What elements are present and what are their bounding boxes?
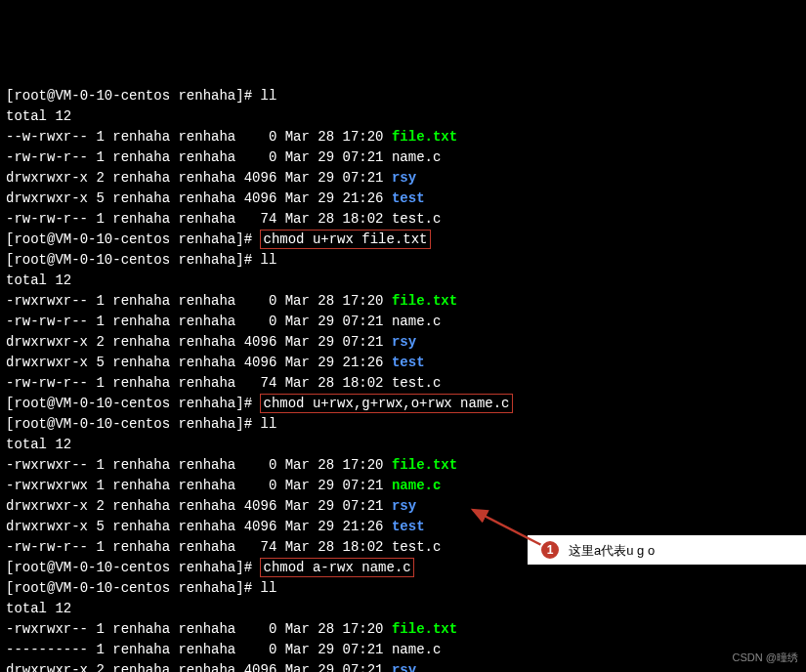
file-blue: test: [392, 190, 425, 206]
file-blue: test: [392, 355, 425, 370]
annotation: 1 这里a代表u g o: [539, 539, 655, 561]
file-blue: rsy: [392, 334, 416, 350]
annotation-text: 这里a代表u g o: [569, 540, 655, 561]
file-white: test.c: [392, 539, 441, 555]
ls-row: -rwxrwxrwx 1 renhaha renhaha 0 Mar 29 07…: [6, 478, 441, 493]
prompt-line: [root@VM-0-10-centos renhaha]#: [6, 231, 260, 247]
ls-row: drwxrwxr-x 5 renhaha renhaha 4096 Mar 29…: [6, 519, 425, 534]
file-white: name.c: [392, 314, 441, 329]
ls-row: drwxrwxr-x 2 renhaha renhaha 4096 Mar 29…: [6, 662, 416, 672]
total-line: total 12: [6, 437, 71, 452]
ls-row: -rw-rw-r-- 1 renhaha renhaha 74 Mar 28 1…: [6, 211, 441, 227]
prompt-line: [root@VM-0-10-centos renhaha]#: [6, 560, 260, 575]
total-line: total 12: [6, 108, 71, 124]
ls-row: drwxrwxr-x 5 renhaha renhaha 4096 Mar 29…: [6, 355, 425, 370]
prompt-line: [root@VM-0-10-centos renhaha]#: [6, 252, 260, 268]
ls-row: ---------- 1 renhaha renhaha 0 Mar 29 07…: [6, 642, 441, 657]
highlighted-command: chmod u+rwx file.txt: [260, 230, 430, 249]
ls-row: --w-rwxr-- 1 renhaha renhaha 0 Mar 28 17…: [6, 129, 457, 145]
terminal-output: [root@VM-0-10-centos renhaha]# ll total …: [6, 86, 800, 672]
ls-row: -rwxrwxr-- 1 renhaha renhaha 0 Mar 28 17…: [6, 621, 457, 637]
command: ll: [260, 416, 276, 432]
file-white: name.c: [392, 149, 441, 165]
command: ll: [260, 88, 276, 104]
file-green: file.txt: [392, 129, 457, 145]
file-green: file.txt: [392, 457, 457, 473]
prompt-line: [root@VM-0-10-centos renhaha]#: [6, 88, 260, 104]
file-blue: rsy: [392, 662, 416, 672]
ls-row: -rw-rw-r-- 1 renhaha renhaha 74 Mar 28 1…: [6, 539, 441, 555]
ls-row: drwxrwxr-x 2 renhaha renhaha 4096 Mar 29…: [6, 498, 416, 514]
watermark: CSDN @曈绣: [733, 648, 798, 668]
command: ll: [260, 580, 276, 596]
prompt-line: [root@VM-0-10-centos renhaha]#: [6, 396, 260, 411]
ls-row: -rwxrwxr-- 1 renhaha renhaha 0 Mar 28 17…: [6, 293, 457, 309]
highlighted-command: chmod a-rwx name.c: [260, 558, 413, 577]
total-line: total 12: [6, 273, 71, 288]
ls-row: drwxrwxr-x 2 renhaha renhaha 4096 Mar 29…: [6, 334, 416, 350]
total-line: total 12: [6, 601, 71, 616]
ls-row: -rw-rw-r-- 1 renhaha renhaha 0 Mar 29 07…: [6, 314, 441, 329]
highlighted-command: chmod u+rwx,g+rwx,o+rwx name.c: [260, 394, 512, 413]
prompt-line: [root@VM-0-10-centos renhaha]#: [6, 416, 260, 432]
ls-row: -rw-rw-r-- 1 renhaha renhaha 74 Mar 28 1…: [6, 375, 441, 391]
file-green: file.txt: [392, 621, 457, 637]
file-white: test.c: [392, 211, 441, 227]
ls-row: drwxrwxr-x 2 renhaha renhaha 4096 Mar 29…: [6, 170, 416, 186]
file-blue: test: [392, 519, 425, 534]
ls-row: drwxrwxr-x 5 renhaha renhaha 4096 Mar 29…: [6, 190, 425, 206]
file-green: file.txt: [392, 293, 457, 309]
command: ll: [260, 252, 276, 268]
file-white: test.c: [392, 375, 441, 391]
ls-row: -rw-rw-r-- 1 renhaha renhaha 0 Mar 29 07…: [6, 149, 441, 165]
file-blue: rsy: [392, 498, 416, 514]
file-green: name.c: [392, 478, 441, 493]
prompt-line: [root@VM-0-10-centos renhaha]#: [6, 580, 260, 596]
ls-row: -rwxrwxr-- 1 renhaha renhaha 0 Mar 28 17…: [6, 457, 457, 473]
file-white: name.c: [392, 642, 441, 657]
file-blue: rsy: [392, 170, 416, 186]
annotation-number-icon: 1: [539, 539, 561, 561]
